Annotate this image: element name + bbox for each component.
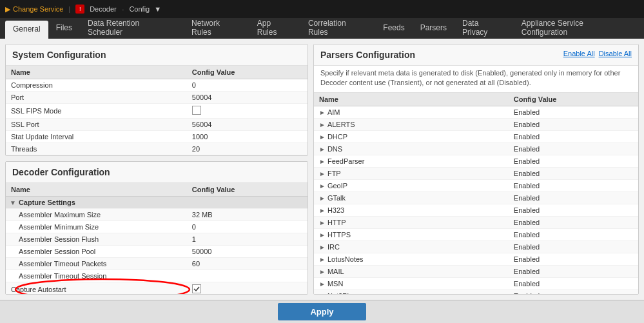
row-value[interactable] xyxy=(187,104,307,119)
expand-icon[interactable]: ▼ xyxy=(10,199,16,206)
tab-data-privacy[interactable]: Data Privacy xyxy=(454,18,514,39)
table-row[interactable]: ►DNSEnabled xyxy=(314,142,638,155)
parser-name: ►FeedParser xyxy=(314,155,509,167)
row-value[interactable] xyxy=(187,282,307,295)
parser-value: Enabled xyxy=(509,179,638,191)
table-row[interactable]: ►MSNEnabled xyxy=(314,277,638,289)
row-value: 60 xyxy=(187,258,307,270)
parser-name: ►HTTP xyxy=(314,216,509,228)
config-dropdown-icon[interactable]: ▼ xyxy=(154,5,161,13)
separator-2: - xyxy=(122,5,124,13)
row-value: 20 xyxy=(187,143,307,155)
row-value xyxy=(187,270,307,282)
parser-expand-icon[interactable]: ► xyxy=(319,293,326,294)
row-value: 1 xyxy=(187,233,307,246)
decoder-config-table: Name Config Value ▼Capture SettingsAssem… xyxy=(6,183,307,294)
left-panel: System Configuration Name Config Value C… xyxy=(5,44,308,295)
table-row[interactable]: ►FTPEnabled xyxy=(314,167,638,179)
tab-feeds[interactable]: Feeds xyxy=(375,18,412,39)
parsers-config-title: Parsers Configuration xyxy=(320,50,415,60)
parser-expand-icon[interactable]: ► xyxy=(319,195,326,202)
tab-files[interactable]: Files xyxy=(48,18,80,39)
parser-expand-icon[interactable]: ► xyxy=(319,170,326,177)
table-row[interactable]: ►GTalkEnabled xyxy=(314,191,638,204)
row-name: SSL Port xyxy=(6,119,187,131)
row-name: Assembler Session Pool xyxy=(6,246,187,258)
parser-value: Enabled xyxy=(509,191,638,204)
nav-tabs: General Files Data Retention Scheduler N… xyxy=(0,18,644,39)
row-value: 0 xyxy=(187,79,307,92)
config-label: Config ▼ xyxy=(129,5,161,13)
tab-correlation-rules[interactable]: Correlation Rules xyxy=(300,18,375,39)
tab-general[interactable]: General xyxy=(5,21,48,39)
table-row: Assembler Timeout Packets60 xyxy=(6,258,307,270)
decoder-config-card: Decoder Configuration Name Config Value … xyxy=(5,161,308,295)
tab-app-rules[interactable]: App Rules xyxy=(249,18,300,39)
system-col-value: Config Value xyxy=(187,66,307,79)
table-row: Assembler Session Flush1 xyxy=(6,233,307,246)
table-row: Compression0 xyxy=(6,79,307,92)
parser-value: Enabled xyxy=(509,106,638,118)
parser-expand-icon[interactable]: ► xyxy=(319,207,326,214)
table-row[interactable]: ►GeoIPEnabled xyxy=(314,179,638,191)
checkbox-checked-icon[interactable] xyxy=(192,284,201,293)
top-bar: ▶ Change Service | ! Decoder - Config ▼ xyxy=(0,0,644,18)
parser-expand-icon[interactable]: ► xyxy=(319,158,326,165)
parser-expand-icon[interactable]: ► xyxy=(319,231,326,239)
parser-name: ►AIM xyxy=(314,106,509,118)
separator-1: | xyxy=(68,5,70,13)
table-row[interactable]: ►HTTPEnabled xyxy=(314,216,638,228)
table-row[interactable]: ►ALERTSEnabled xyxy=(314,118,638,130)
parser-value: Enabled xyxy=(509,155,638,167)
parser-expand-icon[interactable]: ► xyxy=(319,256,326,263)
parser-name: ►HTTPS xyxy=(314,228,509,240)
table-row[interactable]: ►H323Enabled xyxy=(314,204,638,216)
table-row[interactable]: ►MAILEnabled xyxy=(314,265,638,277)
parser-expand-icon[interactable]: ► xyxy=(319,268,326,275)
table-row[interactable]: ►HTTPSEnabled xyxy=(314,228,638,240)
change-service-button[interactable]: ▶ Change Service xyxy=(5,5,63,14)
parser-value: Enabled xyxy=(509,216,638,228)
table-row[interactable]: ►Net2PhoneEnabled xyxy=(314,289,638,294)
parsers-col-value: Config Value xyxy=(509,93,638,106)
parser-name: ►Net2Phone xyxy=(314,289,509,294)
row-value: 56004 xyxy=(187,119,307,131)
system-config-card: System Configuration Name Config Value C… xyxy=(5,44,308,156)
parser-name: ►GTalk xyxy=(314,191,509,204)
system-config-table: Name Config Value Compression0Port50004S… xyxy=(6,66,307,155)
parser-expand-icon[interactable]: ► xyxy=(319,280,326,288)
parser-expand-icon[interactable]: ► xyxy=(319,219,326,226)
apply-button[interactable]: Apply xyxy=(278,303,366,320)
parser-expand-icon[interactable]: ► xyxy=(319,244,326,251)
parser-expand-icon[interactable]: ► xyxy=(319,109,326,116)
parser-expand-icon[interactable]: ► xyxy=(319,146,326,153)
tab-data-retention[interactable]: Data Retention Scheduler xyxy=(80,18,184,39)
checkbox-icon[interactable] xyxy=(192,106,201,115)
table-row: Assembler Maximum Size32 MB xyxy=(6,209,307,221)
parser-expand-icon[interactable]: ► xyxy=(319,121,326,128)
enable-all-button[interactable]: Enable All xyxy=(563,50,595,57)
tab-appliance[interactable]: Appliance Service Configuration xyxy=(514,18,639,39)
tab-network-rules[interactable]: Network Rules xyxy=(184,18,249,39)
parser-name: ►GeoIP xyxy=(314,179,509,191)
parser-name: ►ALERTS xyxy=(314,118,509,130)
table-row[interactable]: ►DHCPEnabled xyxy=(314,130,638,142)
decoder-scroll: Name Config Value ▼Capture SettingsAssem… xyxy=(6,183,307,294)
change-service-icon: ▶ xyxy=(5,5,10,14)
parser-expand-icon[interactable]: ► xyxy=(319,133,326,141)
change-service-label: Change Service xyxy=(13,5,63,13)
section-header-label: ▼Capture Settings xyxy=(6,197,307,209)
row-value: 32 MB xyxy=(187,209,307,221)
table-row[interactable]: ►IRCEnabled xyxy=(314,240,638,253)
disable-all-button[interactable]: Disable All xyxy=(599,50,632,57)
row-name: SSL FIPS Mode xyxy=(6,104,187,119)
table-row[interactable]: ►AIMEnabled xyxy=(314,106,638,118)
parser-value: Enabled xyxy=(509,277,638,289)
decoder-col-value: Config Value xyxy=(187,183,307,197)
table-row: Threads20 xyxy=(6,143,307,155)
table-row[interactable]: ►LotusNotesEnabled xyxy=(314,253,638,265)
parser-expand-icon[interactable]: ► xyxy=(319,182,326,190)
table-row[interactable]: ►FeedParserEnabled xyxy=(314,155,638,167)
table-row: Stat Update Interval1000 xyxy=(6,131,307,143)
tab-parsers[interactable]: Parsers xyxy=(413,18,454,39)
